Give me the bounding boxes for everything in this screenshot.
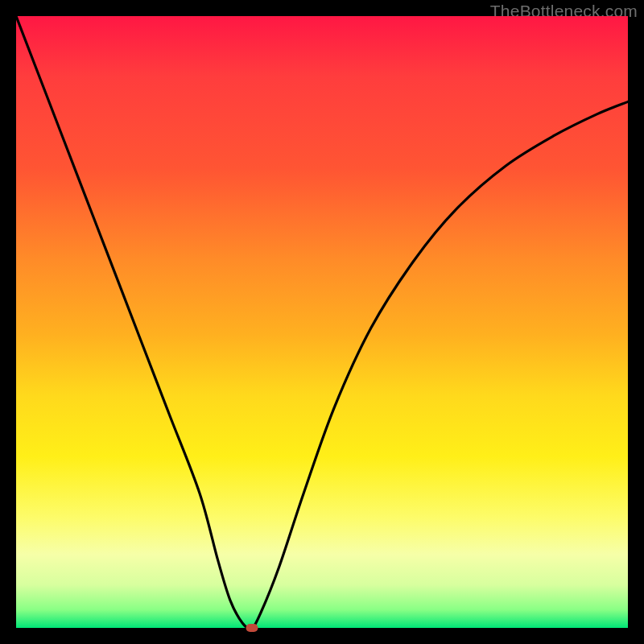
plot-area xyxy=(16,16,628,628)
bottleneck-curve xyxy=(16,16,628,628)
curve-svg xyxy=(16,16,628,628)
optimal-point-marker xyxy=(246,624,258,632)
chart-frame: TheBottleneck.com xyxy=(0,0,644,644)
